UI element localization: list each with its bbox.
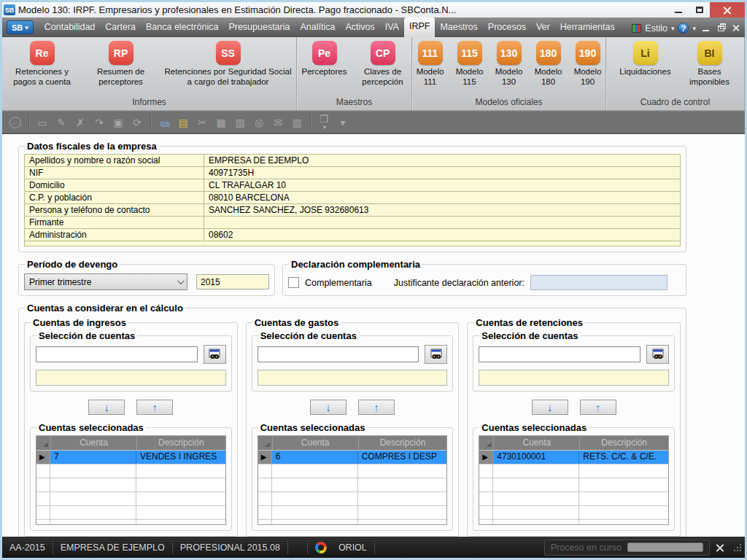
- redo-button[interactable]: ↷: [90, 114, 108, 131]
- justificante-field[interactable]: [530, 275, 667, 290]
- seleccion-title: Selección de cuentas: [479, 330, 580, 341]
- ribbon-button-111[interactable]: 111Modelo 111: [411, 40, 450, 87]
- add-account-button-cuentas-de-ingresos[interactable]: ↓: [88, 400, 125, 415]
- resize-grip[interactable]: [733, 543, 742, 552]
- close-button[interactable]: [710, 2, 745, 18]
- menu-item-activos[interactable]: Activos: [340, 18, 379, 37]
- table-row-empty[interactable]: [479, 505, 668, 519]
- menu-item-analitica[interactable]: Analítica: [295, 18, 340, 37]
- account-search-input-cuentas-de-ingresos[interactable]: [36, 346, 198, 362]
- table-row-empty[interactable]: [479, 491, 668, 505]
- menu-item-contabilidad[interactable]: Contabilidad: [39, 18, 101, 37]
- email-button[interactable]: ✉: [269, 114, 287, 131]
- cut-button[interactable]: ✂: [193, 114, 211, 131]
- table-row-selected[interactable]: ▶4730100001RETS. C/C. & C/E.: [479, 450, 668, 464]
- ribbon-button-pe[interactable]: PePerceptores: [296, 40, 353, 77]
- ribbon-button-cp[interactable]: CPClaves de percepción: [353, 40, 413, 87]
- ribbon-button-ss[interactable]: SSRetenciones por Seguridad Social a car…: [161, 40, 295, 87]
- chevron-down-icon[interactable]: ▾: [692, 25, 696, 32]
- cuentas-title: Cuentas a considerar en el cálculo: [25, 303, 185, 314]
- mdi-minimize-button[interactable]: [700, 23, 711, 34]
- table-row-empty[interactable]: [36, 491, 225, 505]
- ribbon-button-rp[interactable]: RPResumen de perceptores: [81, 40, 161, 87]
- maximize-button[interactable]: [689, 2, 710, 18]
- style-menu[interactable]: Estilo: [645, 23, 667, 34]
- process-cancel-button[interactable]: [716, 543, 724, 552]
- panel-cuentas-de-gastos: Cuentas de gastos Selección de cuentas: [246, 317, 460, 537]
- menu-item-procesos[interactable]: Procesos: [483, 18, 531, 37]
- app-menu-button[interactable]: SB ▾: [7, 20, 34, 34]
- chevron-down-icon[interactable]: ▾: [671, 25, 675, 32]
- find-account-button-cuentas-de-gastos[interactable]: [425, 345, 447, 364]
- remove-account-button-cuentas-de-ingresos[interactable]: ↑: [136, 400, 173, 415]
- menu-item-ver[interactable]: Ver: [531, 18, 555, 37]
- print-settings-button[interactable]: ▧: [231, 114, 249, 131]
- back-button[interactable]: ←: [7, 114, 24, 131]
- overflow-button[interactable]: ▾: [334, 114, 352, 131]
- copy-button[interactable]: ▭: [155, 114, 173, 131]
- fiscal-row-persona-y-telefono-de-contacto: Persona y teléfono de contactoSANCHEZ SA…: [25, 204, 681, 217]
- help-button[interactable]: ?: [678, 23, 689, 34]
- fiscal-label: Apellidos y nombre o razón social: [25, 155, 204, 167]
- menu-item-irpf[interactable]: IRPF: [404, 18, 435, 37]
- ribbon-button-130[interactable]: 130Modelo 130: [489, 40, 529, 87]
- new-button[interactable]: ▭: [34, 114, 51, 131]
- complementaria-checkbox[interactable]: [288, 277, 299, 288]
- save-button[interactable]: ▣: [109, 114, 127, 131]
- periodo-select[interactable]: Primer trimestre: [24, 273, 187, 290]
- table-row-empty[interactable]: [479, 464, 668, 478]
- windows-icon: ❐: [320, 114, 329, 124]
- select-all-cell[interactable]: ◢: [479, 436, 493, 450]
- remove-account-button-cuentas-de-gastos[interactable]: ↑: [358, 400, 395, 415]
- ribbon-button-115[interactable]: 115Modelo 115: [450, 40, 489, 87]
- menu-item-maestros[interactable]: Maestros: [435, 18, 482, 37]
- seleccion-title: Selección de cuentas: [258, 330, 359, 341]
- table-row-selected[interactable]: ▶7VENDES I INGRES: [36, 450, 225, 464]
- table-row-empty[interactable]: [36, 464, 225, 478]
- menu-item-banca-electronica[interactable]: Banca electrónica: [141, 18, 223, 37]
- ribbon-button-label: Modelo 180: [530, 67, 567, 87]
- fiscal-label: Persona y teléfono de contacto: [25, 204, 204, 217]
- year-field[interactable]: [196, 274, 269, 289]
- windows-button[interactable]: ❐▾: [315, 114, 333, 131]
- menu-item-cartera[interactable]: Cartera: [100, 18, 141, 37]
- menu-item-iva[interactable]: IVA: [380, 18, 404, 37]
- divider: [150, 115, 151, 130]
- ribbon-button-bi[interactable]: BIBases imponibles: [680, 40, 740, 87]
- window-title: Modelo 130: IRPF. Empresarios y profesio…: [18, 4, 667, 15]
- mdi-restore-button[interactable]: [715, 23, 727, 34]
- paste-button[interactable]: ▤: [174, 114, 192, 131]
- add-account-button-cuentas-de-gastos[interactable]: ↓: [310, 400, 347, 415]
- select-all-cell[interactable]: ◢: [36, 436, 50, 450]
- refresh-button[interactable]: ⟳: [128, 114, 146, 131]
- preview-button[interactable]: ◎: [250, 114, 268, 131]
- find-account-button-cuentas-de-ingresos[interactable]: [204, 345, 226, 364]
- delete-button[interactable]: ✗: [71, 114, 89, 131]
- table-row-empty[interactable]: [479, 478, 668, 491]
- table-row-empty[interactable]: [36, 478, 225, 491]
- edit-button[interactable]: ✎: [53, 114, 70, 131]
- menu-item-herramientas[interactable]: Herramientas: [555, 18, 620, 37]
- add-account-button-cuentas-de-retenciones[interactable]: ↓: [532, 400, 568, 415]
- account-search-input-cuentas-de-gastos[interactable]: [258, 346, 419, 362]
- menu-item-presupuestaria[interactable]: Presupuestaria: [223, 18, 295, 37]
- table-row-empty[interactable]: [258, 478, 447, 491]
- remove-account-button-cuentas-de-retenciones[interactable]: ↑: [580, 400, 616, 415]
- select-all-cell[interactable]: ◢: [258, 436, 272, 450]
- table-row-empty[interactable]: [258, 464, 447, 478]
- table-row-empty[interactable]: [258, 505, 447, 519]
- mdi-close-button[interactable]: [730, 23, 742, 34]
- ribbon-button-re[interactable]: ReRetenciones y pagos a cuenta: [4, 40, 81, 87]
- statusbar-segment: AA-2015: [2, 542, 53, 553]
- table-row-empty[interactable]: [258, 491, 447, 505]
- find-account-button-cuentas-de-retenciones[interactable]: [646, 345, 669, 364]
- print-button[interactable]: ▦: [212, 114, 230, 131]
- minimize-button[interactable]: [667, 2, 689, 18]
- report-button[interactable]: ▥: [288, 114, 306, 131]
- ribbon-button-li[interactable]: LiLiquidaciones: [611, 40, 680, 77]
- ribbon-button-190[interactable]: 190Modelo 190: [568, 40, 608, 87]
- table-row-empty[interactable]: [36, 505, 225, 519]
- ribbon-button-180[interactable]: 180Modelo 180: [529, 40, 568, 87]
- account-search-input-cuentas-de-retenciones[interactable]: [479, 346, 640, 362]
- table-row-selected[interactable]: ▶6COMPRES I DESP: [258, 450, 447, 464]
